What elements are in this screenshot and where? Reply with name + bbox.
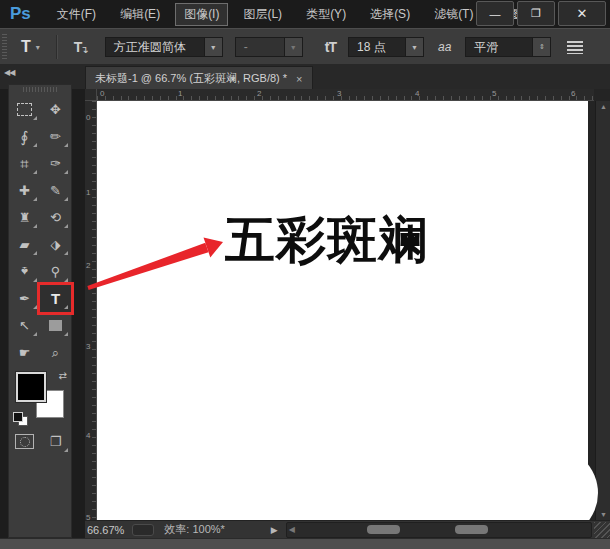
resize-grip[interactable]	[594, 522, 610, 538]
menu-type[interactable]: 类型(Y)	[297, 3, 355, 26]
eraser-tool[interactable]: ▰	[9, 231, 40, 258]
foreground-color-swatch[interactable]	[16, 372, 46, 402]
history-brush-tool[interactable]: ⟲	[40, 204, 71, 231]
scroll-down-icon[interactable]: ▼	[596, 511, 610, 518]
menu-select[interactable]: 选择(S)	[361, 3, 419, 26]
zoom-tool[interactable]: ⌕	[40, 339, 71, 366]
ruler-tick: 6	[571, 89, 575, 98]
magnifier-icon: ⌕	[52, 346, 59, 359]
pen-icon: ✒	[19, 292, 30, 305]
options-grip	[2, 34, 7, 60]
font-size-value: 18 点	[348, 37, 405, 57]
scroll-up-icon[interactable]: ▲	[596, 103, 610, 110]
dodge-tool[interactable]: ⚲	[40, 258, 71, 285]
paint-bucket-tool[interactable]: ⬗	[40, 231, 71, 258]
rectangle-icon	[49, 320, 62, 331]
default-colors-icon[interactable]	[13, 412, 27, 424]
type-tool-selected[interactable]: T	[40, 285, 71, 312]
canvas-text-layer[interactable]: 五彩斑斓	[225, 213, 429, 268]
scroll-left-icon[interactable]: ◀	[289, 525, 295, 534]
scrollbar-thumb[interactable]	[455, 525, 488, 534]
align-left-icon[interactable]	[567, 41, 583, 54]
zoom-level-field[interactable]: 66.67%	[87, 524, 124, 536]
menu-image[interactable]: 图像(I)	[175, 3, 228, 26]
tab-close-icon[interactable]: ×	[296, 73, 302, 85]
type-tool-t-icon: T	[51, 291, 60, 306]
anti-alias-value: 平滑	[465, 37, 532, 57]
window-bottom-edge	[0, 538, 610, 549]
tool-preset-picker[interactable]: T ▾	[21, 38, 40, 56]
minimize-button[interactable]: —	[476, 1, 514, 26]
dashed-circle-icon	[20, 437, 30, 447]
eyedropper-tool[interactable]: ✑	[40, 150, 71, 177]
hand-tool[interactable]: ☛	[9, 339, 40, 366]
crop-tool[interactable]: ⌗	[9, 150, 40, 177]
anti-alias-select[interactable]: 平滑 ⇕	[465, 37, 551, 57]
anti-alias-stepper[interactable]: ⇕	[532, 37, 551, 57]
blur-tool[interactable]: ♠	[9, 258, 40, 285]
brush-tool[interactable]: ✎	[40, 177, 71, 204]
ruler-corner	[85, 89, 97, 101]
rectangle-shape-tool[interactable]	[40, 312, 71, 339]
eyedropper-icon: ✑	[50, 157, 61, 170]
close-button[interactable]: ✕	[558, 1, 606, 26]
status-menu-arrow-icon[interactable]: ▶	[271, 525, 278, 535]
maximize-button[interactable]: ❐	[517, 1, 555, 26]
chevron-down-icon: ▾	[36, 43, 40, 52]
document-tab-bar: ◀◀ 未标题-1 @ 66.7% (五彩斑斓, RGB/8) * ×	[0, 64, 610, 89]
healing-brush-tool[interactable]: ✚	[9, 177, 40, 204]
move-icon: ✥	[50, 103, 61, 116]
clone-stamp-icon: ♜	[19, 211, 31, 224]
crop-icon: ⌗	[20, 156, 28, 171]
swap-colors-icon[interactable]: ⇄	[59, 370, 67, 381]
blur-drop-icon: ♠	[21, 265, 28, 278]
menu-file[interactable]: 文件(F)	[48, 3, 105, 26]
pen-tool[interactable]: ✒	[9, 285, 40, 312]
ruler-tick: 3	[86, 342, 90, 351]
path-selection-tool[interactable]: ↖	[9, 312, 40, 339]
healing-brush-icon: ✚	[19, 184, 30, 197]
ruler-tick: 1	[86, 188, 90, 197]
menu-layer[interactable]: 图层(L)	[234, 3, 291, 26]
ruler-tick: 5	[86, 513, 90, 520]
font-style-dropdown-arrow: ▼	[284, 37, 303, 57]
quick-mask-icon	[15, 434, 34, 449]
quick-mask-button[interactable]	[9, 428, 40, 455]
font-family-dropdown-arrow[interactable]: ▼	[204, 37, 223, 57]
marquee-icon	[17, 103, 32, 116]
canvas[interactable]: 五彩斑斓	[97, 101, 588, 520]
ruler-tick: 2	[86, 261, 90, 270]
clone-stamp-tool[interactable]: ♜	[9, 204, 40, 231]
document-tab-title: 未标题-1 @ 66.7% (五彩斑斓, RGB/8) *	[95, 71, 287, 86]
orientation-arrow-icon: ↴	[80, 44, 88, 55]
font-style-value: -	[235, 37, 284, 57]
tools-panel-grip[interactable]	[23, 86, 57, 93]
rectangular-marquee-tool[interactable]	[9, 96, 40, 123]
font-family-select[interactable]: 方正准圆简体 ▼	[105, 37, 223, 57]
photoshop-window: Ps 文件(F) 编辑(E) 图像(I) 图层(L) 类型(Y) 选择(S) 滤…	[0, 0, 610, 549]
color-swatches: ⇄	[9, 370, 71, 428]
font-family-value: 方正准圆简体	[105, 37, 204, 57]
status-bar: 66.67% 效率: 100%* ▶ ◀	[85, 520, 610, 538]
document-tab[interactable]: 未标题-1 @ 66.7% (五彩斑斓, RGB/8) * ×	[85, 66, 313, 90]
ruler-tick: 3	[337, 89, 341, 98]
scrollbar-thumb[interactable]	[367, 525, 400, 534]
menu-edit[interactable]: 编辑(E)	[111, 3, 169, 26]
status-icon	[132, 524, 154, 536]
quick-selection-tool[interactable]: ✏	[40, 123, 71, 150]
move-tool[interactable]: ✥	[40, 96, 71, 123]
font-size-icon: tT	[325, 39, 336, 55]
default-black-swatch	[13, 412, 23, 422]
ruler-tick: 2	[257, 89, 261, 98]
font-size-dropdown-arrow[interactable]: ▼	[405, 37, 424, 57]
font-size-select[interactable]: 18 点 ▼	[348, 37, 424, 57]
horizontal-scrollbar[interactable]: ◀	[286, 522, 592, 538]
tool-options-bar: T ▾ T ↴ 方正准圆简体 ▼ - ▼ tT 18 点 ▼ aa 平滑 ⇕	[0, 28, 610, 66]
ruler-tick: 0	[100, 89, 104, 98]
collapse-panel-button[interactable]: ◀◀	[4, 68, 14, 77]
vertical-scrollbar[interactable]: ▲ ▼	[595, 101, 610, 520]
screen-mode-button[interactable]: ❐	[40, 428, 71, 455]
ruler-tick: 0	[86, 113, 90, 122]
lasso-tool[interactable]: ∮	[9, 123, 40, 150]
text-orientation-toggle[interactable]: T ↴	[74, 39, 89, 55]
